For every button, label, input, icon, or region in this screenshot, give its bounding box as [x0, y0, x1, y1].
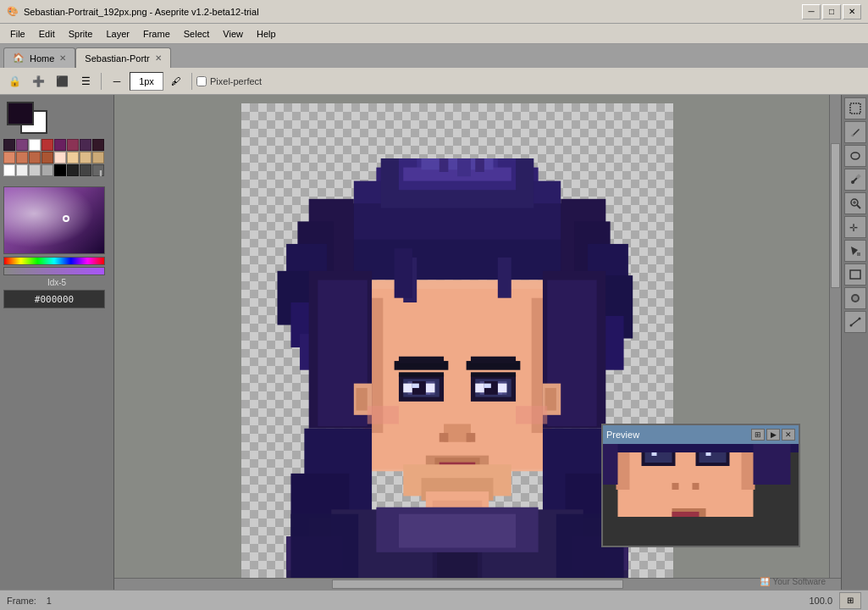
swatch-13[interactable]	[67, 152, 79, 164]
ink-button[interactable]: 🖋	[165, 71, 187, 92]
fg-bg-area[interactable]	[7, 102, 49, 136]
swatch-1[interactable]	[16, 139, 28, 151]
eyedropper-tool[interactable]	[844, 169, 866, 191]
hue-bar[interactable]	[3, 257, 105, 265]
minus-button[interactable]: ─	[106, 71, 128, 92]
swatch-0[interactable]	[3, 139, 15, 151]
swatch-8[interactable]	[3, 152, 15, 164]
title-controls[interactable]: ─ □ ✕	[802, 4, 861, 19]
svg-rect-88	[475, 158, 484, 172]
zoom-tool[interactable]	[844, 192, 866, 214]
pencil-icon	[849, 126, 861, 138]
menu-file[interactable]: File	[3, 27, 32, 41]
tab-home[interactable]: 🏠 Home ✕	[3, 47, 75, 68]
v-scroll-thumb[interactable]	[831, 143, 840, 288]
swatch-23[interactable]: ‖	[92, 164, 104, 176]
app-icon: 🎨	[7, 6, 19, 17]
left-panel: ‖ Idx-5 #000000	[0, 95, 114, 590]
window-title: Sebastian-Portrait_192px.png - Aseprite …	[24, 7, 259, 17]
menu-sprite[interactable]: Sprite	[62, 27, 100, 41]
pixel-perfect-checkbox[interactable]	[196, 76, 207, 86]
timeline-button[interactable]: ⊞	[839, 592, 861, 609]
menu-frame[interactable]: Frame	[136, 27, 177, 41]
main-area: ‖ Idx-5 #000000	[0, 95, 868, 590]
menu-layer[interactable]: Layer	[99, 27, 136, 41]
swatch-19[interactable]	[41, 164, 53, 176]
swatch-11[interactable]	[41, 152, 53, 164]
h-scroll-thumb[interactable]	[332, 580, 622, 589]
menu-view[interactable]: View	[216, 27, 250, 41]
select-rect-tool[interactable]	[844, 97, 866, 119]
menu-bar: File Edit Sprite Layer Frame Select View…	[0, 24, 868, 44]
hex-input[interactable]: #000000	[3, 290, 105, 308]
preview-expand-btn[interactable]: ⊞	[751, 429, 765, 441]
preview-title-controls[interactable]: ⊞ ▶ ✕	[751, 429, 795, 441]
saturation-bar[interactable]	[3, 267, 105, 275]
right-toolbar: ✛	[841, 95, 868, 590]
close-button[interactable]: ✕	[843, 4, 861, 19]
swatch-22[interactable]	[80, 164, 91, 176]
swatch-16[interactable]	[3, 164, 15, 176]
ellipse-tool[interactable]	[844, 145, 866, 167]
line-tool[interactable]	[844, 263, 866, 286]
zoom-value: 100.0	[809, 596, 832, 606]
swatch-15[interactable]	[92, 152, 104, 164]
svg-rect-84	[395, 248, 412, 297]
swatch-6[interactable]	[80, 139, 91, 151]
preview-content[interactable]	[603, 444, 799, 546]
color-gradient-inner	[4, 187, 104, 253]
horizontal-scrollbar[interactable]	[114, 578, 841, 590]
pencil-tool[interactable]	[844, 121, 866, 143]
swatch-3[interactable]	[41, 139, 53, 151]
tab-file-close[interactable]: ✕	[155, 53, 162, 63]
title-left: 🎨 Sebastian-Portrait_192px.png - Aseprit…	[7, 6, 259, 17]
menu-help[interactable]: Help	[250, 27, 283, 41]
swatch-10[interactable]	[29, 152, 41, 164]
foreground-color[interactable]	[7, 102, 34, 125]
canvas-area[interactable]: Preview ⊞ ▶ ✕	[114, 95, 841, 590]
swatch-17[interactable]	[16, 164, 28, 176]
svg-rect-123	[850, 270, 860, 279]
svg-rect-50	[467, 433, 476, 442]
menu-edit[interactable]: Edit	[32, 27, 62, 41]
color-picker-area[interactable]: Idx-5 #000000	[0, 183, 113, 590]
swatch-7[interactable]	[92, 139, 104, 151]
tab-home-close[interactable]: ✕	[59, 53, 66, 63]
swatch-21[interactable]	[67, 164, 79, 176]
tab-file[interactable]: Sebastian-Portr ✕	[75, 47, 170, 68]
swatch-12[interactable]	[54, 152, 66, 164]
add-button[interactable]: ➕	[27, 71, 49, 92]
vertical-scrollbar[interactable]	[829, 95, 841, 578]
minimize-button[interactable]: ─	[802, 4, 821, 19]
preview-play-btn[interactable]: ▶	[766, 429, 780, 441]
palette-grid: ‖	[3, 139, 110, 176]
svg-rect-122	[857, 252, 860, 256]
stop-button[interactable]: ⬛	[51, 71, 73, 92]
swatch-18[interactable]	[29, 164, 41, 176]
fill-tool[interactable]	[844, 240, 866, 262]
contour-tool[interactable]	[844, 311, 866, 333]
svg-point-128	[858, 318, 860, 320]
swatch-2[interactable]	[29, 139, 41, 151]
color-gradient[interactable]	[3, 186, 105, 254]
brush-size-input[interactable]: 1px	[130, 72, 163, 91]
svg-rect-103	[672, 512, 699, 517]
contour-icon	[849, 316, 861, 328]
swatch-5[interactable]	[67, 139, 79, 151]
list-button[interactable]: ☰	[75, 71, 97, 92]
svg-rect-44	[498, 384, 507, 393]
preview-titlebar[interactable]: Preview ⊞ ▶ ✕	[603, 425, 799, 444]
menu-select[interactable]: Select	[177, 27, 217, 41]
preview-close-btn[interactable]: ✕	[782, 429, 795, 441]
new-button[interactable]: 🔒	[3, 71, 25, 92]
swatch-4[interactable]	[54, 139, 66, 151]
eraser-tool[interactable]	[844, 287, 866, 309]
pixel-perfect-label[interactable]: Pixel-perfect	[196, 76, 262, 86]
move-tool[interactable]: ✛	[844, 216, 866, 238]
swatch-14[interactable]	[80, 152, 91, 164]
swatch-9[interactable]	[16, 152, 28, 164]
svg-point-112	[851, 152, 860, 159]
maximize-button[interactable]: □	[822, 4, 841, 19]
swatch-20[interactable]	[54, 164, 66, 176]
watermark-text: Your Software	[773, 577, 826, 586]
